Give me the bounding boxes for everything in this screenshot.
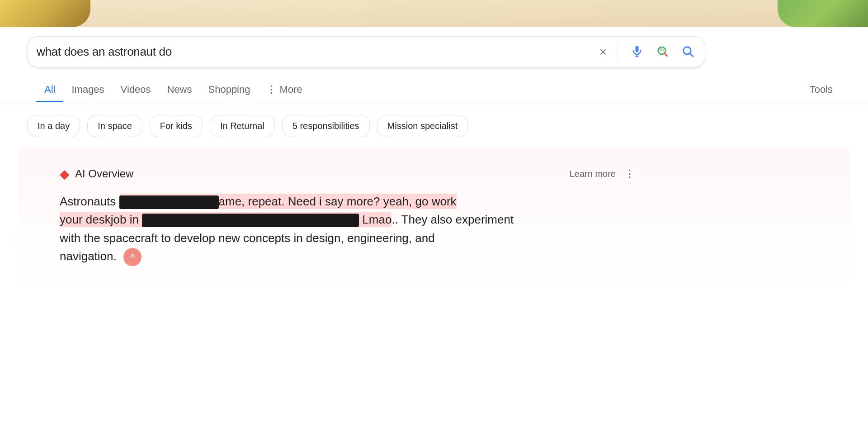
redacted-block-2	[142, 214, 359, 227]
search-submit-icon	[681, 45, 694, 57]
tab-news[interactable]: News	[159, 78, 200, 102]
ai-content: Astronauts ame, repeat. Need i say more?…	[60, 192, 638, 266]
chip-in-space[interactable]: In space	[87, 115, 142, 137]
ai-overview-section: ◆ AI Overview Learn more ⋮ Astronauts am…	[18, 146, 850, 295]
ai-overview-header: ◆ AI Overview Learn more ⋮	[60, 166, 638, 181]
ai-overview-actions: Learn more ⋮	[570, 166, 638, 181]
chip-in-returnal[interactable]: In Returnal	[210, 115, 275, 137]
svg-rect-0	[636, 46, 639, 52]
nav-tabs: All Images Videos News Shopping ⋮ More T…	[0, 71, 868, 102]
search-icons: ×	[599, 43, 696, 61]
chip-5-responsibilities[interactable]: 5 responsibilities	[282, 115, 370, 137]
ai-text-lmao: Lmao	[359, 213, 392, 226]
ai-star-icon: ◆	[60, 167, 70, 181]
redacted-block-1	[119, 195, 219, 209]
top-deco-left	[0, 0, 90, 27]
collapse-button[interactable]: ^	[123, 248, 142, 266]
mic-button[interactable]	[629, 43, 645, 61]
tab-all[interactable]: All	[36, 78, 63, 102]
chip-in-a-day[interactable]: In a day	[27, 115, 80, 137]
mic-icon	[631, 45, 643, 57]
search-submit-button[interactable]	[679, 43, 696, 61]
lens-icon	[656, 45, 669, 57]
tab-images[interactable]: Images	[63, 78, 112, 102]
tab-tools[interactable]: Tools	[802, 78, 841, 102]
top-decoration	[0, 0, 868, 27]
ai-more-options-button[interactable]: ⋮	[621, 166, 638, 181]
more-dots-icon: ⋮	[266, 84, 277, 95]
ai-overview-title: ◆ AI Overview	[60, 167, 133, 181]
svg-point-4	[660, 48, 662, 51]
chip-mission-specialist[interactable]: Mission specialist	[377, 115, 468, 137]
ai-overview-label: AI Overview	[75, 167, 133, 180]
tab-shopping[interactable]: Shopping	[200, 78, 259, 102]
search-bar-container: what does an astronaut do ×	[0, 27, 868, 67]
top-deco-right	[778, 0, 868, 27]
ai-text-before-redact1: Astronauts	[60, 195, 119, 208]
learn-more-link[interactable]: Learn more	[570, 169, 616, 179]
search-bar: what does an astronaut do ×	[27, 36, 705, 67]
tab-videos[interactable]: Videos	[113, 78, 159, 102]
svg-point-5	[684, 47, 691, 54]
filter-chips: In a day In space For kids In Returnal 5…	[0, 102, 868, 146]
search-input[interactable]: what does an astronaut do	[37, 45, 590, 59]
lens-button[interactable]	[654, 43, 670, 61]
tab-more[interactable]: ⋮ More	[258, 78, 310, 102]
chip-for-kids[interactable]: For kids	[150, 115, 203, 137]
collapse-icon: ^	[130, 253, 135, 262]
ai-overview-container: ◆ AI Overview Learn more ⋮ Astronauts am…	[33, 157, 665, 284]
clear-icon[interactable]: ×	[599, 45, 607, 59]
search-divider	[618, 44, 618, 60]
